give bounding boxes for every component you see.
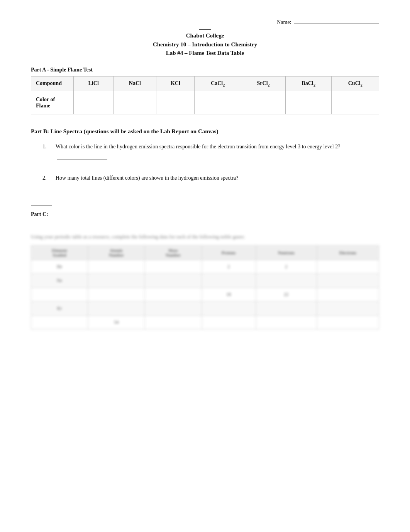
name-underline (294, 24, 379, 24)
blurred-cell (88, 287, 145, 301)
blurred-description: Using your periodic table as a resource,… (31, 233, 379, 241)
part-b-section: Part B: Line Spectra (questions will be … (31, 128, 379, 182)
cell-kcl-color (156, 91, 195, 114)
cell-cacl2-color (195, 91, 241, 114)
blurred-cell (256, 315, 317, 329)
col-compound: Compound (31, 76, 74, 91)
part-c-label: Part C: (31, 211, 379, 218)
blurred-cell (317, 260, 379, 274)
cell-nacl-color (114, 91, 156, 114)
document-page: Name: Chabot College Chemistry 10 – Intr… (0, 0, 410, 532)
q1-text: What color is the line in the hydrogen e… (56, 143, 379, 160)
table-row: Color ofFlame (31, 91, 379, 114)
part-c-overline (31, 206, 52, 206)
blurred-cell (317, 287, 379, 301)
question-2: 2. How many total lines (different color… (42, 174, 379, 182)
blurred-cell: He (31, 260, 88, 274)
question-list: 1. What color is the line in the hydroge… (42, 143, 379, 182)
blurred-cell (88, 274, 145, 287)
blurred-cell: 2 (256, 260, 317, 274)
part-a-section: Part A - Simple Flame Test Compound LiCl… (31, 67, 379, 115)
blurred-cell (317, 301, 379, 315)
name-label: Name: (277, 19, 291, 25)
part-c-section: Part C: (31, 206, 379, 218)
blurred-col-mass: MassNumber (145, 245, 202, 260)
table-header-row: Compound LiCl NaCl KCl CaCl2 SrCl2 BaCl2… (31, 76, 379, 91)
blurred-cell (145, 287, 202, 301)
blurred-section: Using your periodic table as a resource,… (31, 233, 379, 330)
blurred-row: Kr (31, 301, 379, 315)
cell-srcl2-color (241, 91, 286, 114)
blurred-row: Ne (31, 274, 379, 287)
blurred-cell: Kr (31, 301, 88, 315)
blurred-cell (317, 315, 379, 329)
col-cacl2: CaCl2 (195, 76, 241, 91)
blurred-cell (145, 274, 202, 287)
header-overline (199, 29, 211, 30)
document-header: Chabot College Chemistry 10 – Introducti… (31, 29, 379, 58)
blurred-cell (202, 315, 256, 329)
blurred-col-electrons: Electrons (317, 245, 379, 260)
q1-num: 1. (42, 143, 52, 160)
blurred-cell: 22 (256, 287, 317, 301)
cell-licl-color (74, 91, 114, 114)
blurred-col-neutrons: Neutrons (256, 245, 317, 260)
cell-cucl2-color (332, 91, 379, 114)
blurred-cell (145, 260, 202, 274)
cell-bacl2-color (285, 91, 331, 114)
blurred-col-element: ElementSymbol (31, 245, 88, 260)
col-srcl2: SrCl2 (241, 76, 286, 91)
col-kcl: KCl (156, 76, 195, 91)
blurred-header-row: ElementSymbol AtomicNumber MassNumber Pr… (31, 245, 379, 260)
q2-text: How many total lines (different colors) … (56, 174, 379, 182)
blurred-col-atomic: AtomicNumber (88, 245, 145, 260)
blurred-cell (256, 301, 317, 315)
q2-num: 2. (42, 174, 52, 182)
header-line1: Chabot College (31, 31, 379, 40)
blurred-cell (256, 274, 317, 287)
header-line3: Lab #4 – Flame Test Data Table (31, 49, 379, 58)
blurred-cell: Ne (31, 274, 88, 287)
blurred-cell (145, 301, 202, 315)
blurred-cell: 2 (202, 260, 256, 274)
blurred-row: 54 (31, 315, 379, 329)
blurred-cell (202, 274, 256, 287)
name-field: Name: (31, 19, 379, 25)
col-cucl2: CuCl2 (332, 76, 379, 91)
blurred-cell (31, 287, 88, 301)
blurred-cell: 18 (202, 287, 256, 301)
row-label-color-of-flame: Color ofFlame (31, 91, 74, 114)
blurred-cell (317, 274, 379, 287)
blurred-cell (88, 301, 145, 315)
blurred-cell (31, 315, 88, 329)
blurred-cell (145, 315, 202, 329)
blurred-col-protons: Protons (202, 245, 256, 260)
q1-answer-line (57, 160, 107, 160)
header-line2: Chemistry 10 – Introduction to Chemistry (31, 40, 379, 49)
blurred-row: He 2 2 (31, 260, 379, 274)
blurred-row: 18 22 (31, 287, 379, 301)
blurred-cell (202, 301, 256, 315)
col-nacl: NaCl (114, 76, 156, 91)
flame-test-table: Compound LiCl NaCl KCl CaCl2 SrCl2 BaCl2… (31, 76, 379, 115)
col-bacl2: BaCl2 (285, 76, 331, 91)
part-a-label: Part A - Simple Flame Test (31, 67, 379, 73)
blurred-table: ElementSymbol AtomicNumber MassNumber Pr… (31, 245, 379, 330)
part-b-label: Part B: Line Spectra (questions will be … (31, 128, 379, 135)
blurred-cell: 54 (88, 315, 145, 329)
question-1: 1. What color is the line in the hydroge… (42, 143, 379, 160)
col-licl: LiCl (74, 76, 114, 91)
blurred-cell (88, 260, 145, 274)
